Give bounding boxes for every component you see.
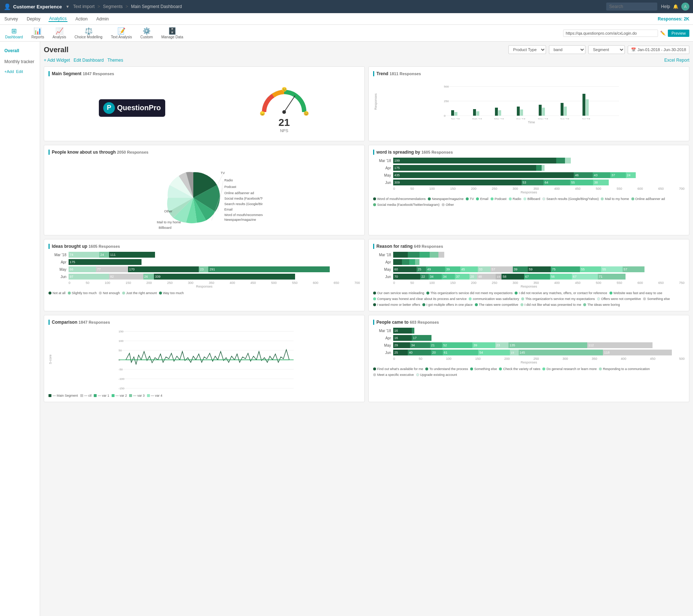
nps-widget-title: Main Segment 1847 Responses [49, 71, 360, 76]
nav-analytics[interactable]: Analytics [49, 16, 67, 22]
svg-rect-18 [520, 109, 523, 116]
nps-label: NPS [259, 128, 310, 133]
band-filter[interactable]: band [549, 45, 585, 54]
widget-toolbar: + Add Widget Edit Dashboard Themes Excel… [44, 58, 689, 63]
sidebar-item-overall[interactable]: Overall [0, 45, 40, 56]
comparison-title: Comparison 1847 Responses [49, 320, 360, 325]
sidebar: Overall Monthly tracker +Add Edit [0, 42, 40, 616]
svg-text:Apr '18: Apr '18 [516, 118, 526, 119]
legend-just-right: Just the right amount [122, 291, 157, 295]
people-row-apr: Apr 16 17 [373, 335, 685, 341]
product-type-filter[interactable]: Product Type [508, 45, 546, 54]
svg-text:Podcast: Podcast [224, 185, 236, 189]
svg-rect-14 [476, 111, 479, 116]
breadcrumb-segments[interactable]: Segments [103, 4, 123, 9]
comparison-chart-area: 150 100 50 0 -50 -100 -150 [52, 328, 360, 391]
people-came-title: People came to 603 Responses [373, 320, 685, 325]
ideas-legend: Not at all Slightly too much Not enough … [49, 291, 360, 295]
right-icons: Help 🔔 A [661, 3, 689, 11]
svg-text:😐: 😐 [281, 86, 287, 92]
help-label: Help [661, 4, 670, 9]
toolbar-analysis[interactable]: 📈 Analysis [51, 26, 67, 40]
app-name: Customer Experience [13, 4, 62, 9]
people-know-title: People know about us through 2050 Respon… [49, 150, 360, 155]
legend-slightly: Slightly too much [68, 291, 97, 295]
breadcrumb: Text import > Segments > Main Segment Da… [72, 4, 183, 9]
nav-admin[interactable]: Admin [96, 16, 109, 22]
trend-widget: Trend 1811 Responses Responses 0 250 [368, 66, 689, 141]
edit-dashboard-button[interactable]: Edit Dashboard [74, 58, 104, 63]
trend-chart-svg: 0 250 500 [378, 79, 685, 119]
reason-row-jun: Jun 70 22 34 34 37 20 48 15 58 67 [373, 274, 685, 280]
svg-text:Search results (Google/Bing/Ya: Search results (Google/Bing/Yahoo) [224, 202, 263, 206]
logo-text: QuestionPro [117, 104, 161, 112]
toolbar-dashboard[interactable]: ⊞ Dashboard [4, 26, 24, 40]
svg-rect-23 [582, 94, 585, 116]
ideas-row-jun: Jun 97 82 26 339 [49, 274, 360, 280]
themes-button[interactable]: Themes [107, 58, 123, 63]
sidebar-actions: +Add Edit [0, 67, 40, 76]
preview-button[interactable]: Preview [668, 30, 689, 37]
gauge-area: 😞 😐 😊 21 NPS [259, 83, 310, 133]
svg-text:100: 100 [119, 339, 124, 343]
sidebar-item-monthly-tracker[interactable]: Monthly tracker [0, 56, 40, 67]
legend-not-enough: Not enough [99, 291, 120, 295]
nav-survey[interactable]: Survey [4, 16, 19, 22]
url-bar: ✏️ Preview [563, 30, 689, 37]
svg-rect-21 [561, 103, 564, 116]
toolbar-custom[interactable]: ⚙️ Custom [139, 26, 154, 40]
toolbar-text-analysis[interactable]: 📝 Text Analysis [109, 26, 133, 40]
add-widget-button[interactable]: + Add Widget [44, 58, 70, 63]
svg-text:-100: -100 [119, 377, 125, 381]
word-legend: Word of mouth/recommendations Newspaper/… [373, 197, 685, 207]
logo-area: P QuestionPro [99, 99, 165, 117]
svg-text:Social media (Facebook/Twitter: Social media (Facebook/Twitter/Instagram… [224, 197, 263, 200]
ideas-row-apr: Apr 175 [49, 259, 360, 265]
svg-text:Jul '18: Jul '18 [582, 118, 590, 119]
people-row-may: May 29 34 21 52 39 23 135 112 [373, 342, 685, 348]
edit-url-icon[interactable]: ✏️ [660, 31, 666, 36]
toolbar-choice-modelling[interactable]: ⚖️ Choice Modelling [73, 26, 104, 40]
manage-icon: 🗄️ [168, 27, 176, 35]
comparison-y-label: S-core [49, 328, 52, 391]
content-area: Overall Product Type band Segment 📅 Jan-… [40, 42, 693, 616]
people-came-widget: People came to 603 Responses Mar '18 16 [368, 315, 689, 402]
legend-tv: TV [466, 197, 474, 201]
svg-text:150: 150 [119, 330, 124, 333]
add-button[interactable]: +Add [4, 69, 14, 74]
user-avatar[interactable]: A [681, 3, 689, 11]
ideas-chart-area: Mar '18 74 24 111 Apr 175 [49, 252, 360, 288]
notification-icon[interactable]: 🔔 [673, 4, 678, 9]
edit-button[interactable]: Edit [16, 69, 23, 74]
excel-export-button[interactable]: Excel Report [664, 58, 689, 63]
bar-row-jun: Jun 309 53 64 55 38 [373, 180, 685, 185]
reports-icon: 📊 [34, 27, 42, 35]
url-input[interactable] [563, 30, 658, 37]
nav-action[interactable]: Action [75, 16, 88, 22]
nav-deploy[interactable]: Deploy [26, 16, 41, 22]
legend-wom: Word of mouth/recommendations [373, 197, 426, 201]
svg-text:Billboard: Billboard [159, 226, 171, 230]
trend-chart-area: 0 250 500 [378, 79, 685, 124]
bar-row-apr: Apr 175 [373, 165, 685, 171]
segment-filter[interactable]: Segment [588, 45, 625, 54]
svg-text:Email: Email [224, 208, 233, 211]
svg-text:-50: -50 [119, 368, 123, 371]
breadcrumb-text-import[interactable]: Text import [73, 4, 95, 9]
breadcrumb-dashboard: Main Segment Dashboard [131, 4, 182, 9]
svg-rect-15 [495, 108, 498, 116]
comparison-svg: 150 100 50 0 -50 -100 -150 [52, 328, 360, 390]
legend-online-ad: Online ad/banner ad [631, 197, 665, 201]
svg-text:Other: Other [164, 209, 173, 213]
ideas-widget: Ideas brought up 1605 Responses Mar '18 … [44, 239, 365, 311]
reason-row-apr: Apr [373, 259, 685, 265]
svg-text:Newspaper/magazine: Newspaper/magazine [224, 218, 256, 222]
date-range-label: Jan-01-2018 - Jun-30-2018 [638, 47, 686, 52]
date-filter[interactable]: 📅 Jan-01-2018 - Jun-30-2018 [628, 46, 689, 54]
nps-container: P QuestionPro [49, 79, 360, 136]
svg-text:0: 0 [119, 358, 120, 362]
toolbar-reports[interactable]: 📊 Reports [30, 26, 46, 40]
search-input[interactable] [606, 3, 657, 11]
svg-text:TV: TV [221, 171, 225, 175]
toolbar-manage-data[interactable]: 🗄️ Manage Data [160, 26, 185, 40]
